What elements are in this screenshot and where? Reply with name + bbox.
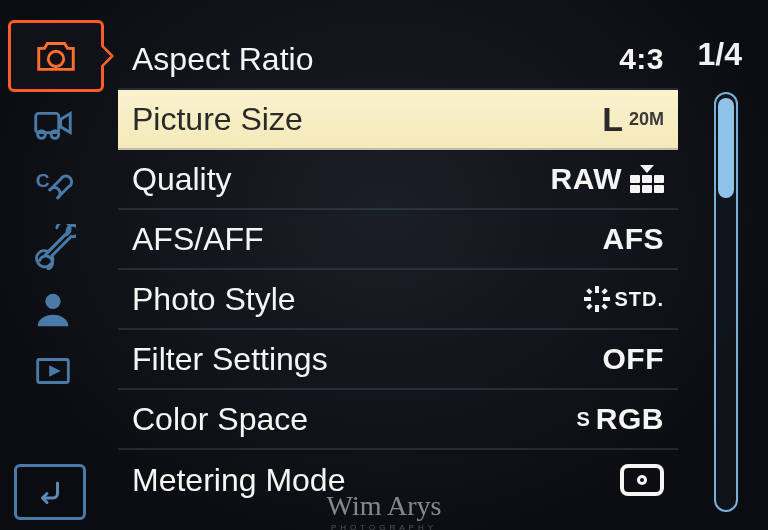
svg-point-5 <box>45 294 60 309</box>
menu-label: Metering Mode <box>132 462 620 499</box>
svg-rect-8 <box>595 305 599 312</box>
menu-value-sup: S <box>576 408 589 431</box>
menu-label: AFS/AFF <box>132 221 603 258</box>
menu-item-metering-mode[interactable]: Metering Mode <box>118 450 678 510</box>
menu-label: Color Space <box>132 401 576 438</box>
menu-value: L <box>602 100 623 139</box>
menu-item-afs-aff[interactable]: AFS/AFF AFS <box>118 210 678 270</box>
menu-item-photo-style[interactable]: Photo Style STD. <box>118 270 678 330</box>
svg-rect-7 <box>595 286 599 293</box>
svg-rect-12 <box>602 288 608 294</box>
svg-point-3 <box>51 131 59 139</box>
raw-plus-icon <box>630 165 664 193</box>
svg-rect-9 <box>584 297 591 301</box>
return-icon <box>29 474 71 510</box>
tab-mymenu[interactable] <box>13 278 93 340</box>
video-icon <box>30 100 76 146</box>
menu-item-color-space[interactable]: Color Space S RGB <box>118 390 678 450</box>
menu-label: Photo Style <box>132 281 584 318</box>
menu-value: RGB <box>596 402 664 436</box>
menu-value: 4:3 <box>619 42 664 76</box>
menu-value: OFF <box>603 342 665 376</box>
menu-label: Filter Settings <box>132 341 603 378</box>
svg-point-2 <box>38 131 46 139</box>
tab-setup[interactable] <box>13 216 93 278</box>
playback-icon <box>30 348 76 394</box>
camera-icon <box>33 33 79 79</box>
person-icon <box>30 286 76 332</box>
svg-point-0 <box>48 51 63 66</box>
metering-multi-icon <box>620 462 664 498</box>
menu-item-picture-size[interactable]: Picture Size L 20M <box>118 90 678 150</box>
menu-item-aspect-ratio[interactable]: Aspect Ratio 4:3 <box>118 30 678 90</box>
tab-playback[interactable] <box>13 340 93 402</box>
menu-label: Picture Size <box>132 101 602 138</box>
wrench-icon <box>30 224 76 270</box>
tab-video[interactable] <box>13 92 93 154</box>
svg-rect-14 <box>602 303 608 309</box>
svg-rect-13 <box>587 303 593 309</box>
menu-scrollbar[interactable] <box>714 92 738 512</box>
menu-value: RAW <box>551 162 623 196</box>
menu-value: STD. <box>614 288 664 311</box>
scrollbar-thumb[interactable] <box>718 98 734 198</box>
menu-item-quality[interactable]: Quality RAW <box>118 150 678 210</box>
tab-custom[interactable]: C <box>13 154 93 216</box>
menu-item-filter-settings[interactable]: Filter Settings OFF <box>118 330 678 390</box>
sidebar-tabs: C <box>8 20 98 402</box>
back-button[interactable] <box>14 464 86 520</box>
menu-list: Aspect Ratio 4:3 Picture Size L 20M Qual… <box>118 30 678 510</box>
svg-text:C: C <box>36 170 50 191</box>
menu-value: AFS <box>603 222 665 256</box>
menu-label: Aspect Ratio <box>132 41 619 78</box>
watermark-sub: PHOTOGRAPHY <box>331 523 437 530</box>
svg-rect-10 <box>603 297 610 301</box>
tab-photo[interactable] <box>8 20 104 92</box>
menu-label: Quality <box>132 161 551 198</box>
custom-wrench-icon: C <box>30 162 76 208</box>
svg-rect-11 <box>587 288 593 294</box>
burst-icon <box>584 286 610 312</box>
menu-value-sub: 20M <box>629 109 664 130</box>
svg-point-17 <box>640 478 644 482</box>
page-indicator: 1/4 <box>698 36 742 73</box>
